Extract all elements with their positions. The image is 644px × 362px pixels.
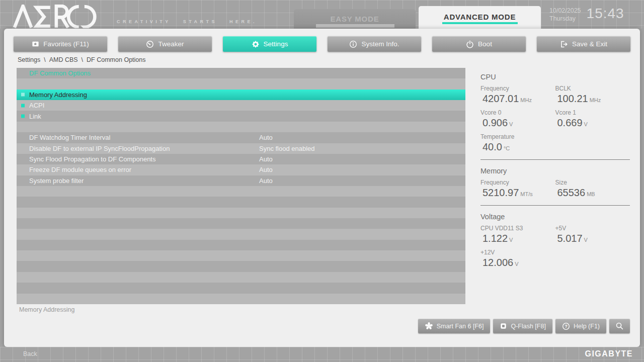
sensor-panel: CPUFrequency4207.01MHzBCLK100.21MHzVcore…: [480, 73, 630, 268]
sensor-value: 5.017: [557, 233, 583, 244]
sensor-value: 5210.97: [482, 187, 519, 198]
sensor-label: Frequency: [480, 85, 555, 92]
back-button[interactable]: Back: [23, 350, 37, 357]
sensor-value: 12.006: [482, 257, 513, 268]
sensor-unit: MB: [587, 191, 595, 197]
main-panel: Favorites (F11)TweakerSettingsSystem Inf…: [4, 29, 640, 347]
item-label: Link: [29, 113, 41, 120]
list-row[interactable]: DF Watchdog Timer IntervalAuto: [17, 132, 465, 143]
fan-icon: [425, 322, 433, 330]
item-label: Memory Addressing: [29, 91, 87, 99]
breadcrumb-segment[interactable]: Settings: [18, 56, 40, 63]
list-row-empty: [17, 272, 465, 283]
breadcrumb-segment[interactable]: AMD CBS: [49, 56, 78, 63]
sensor-group-title: Voltage: [480, 213, 630, 221]
list-row[interactable]: System probe filterAuto: [17, 175, 465, 186]
toolbar: Smart Fan 6 [F6]Q-Flash [F8]?Help (F1): [418, 319, 630, 333]
sensor-group-voltage: VoltageCPU VDD11 S31.122V+5V5.017V+12V12…: [480, 205, 630, 268]
tab-favorites[interactable]: Favorites (F11): [14, 36, 107, 52]
sensor-item: BCLK100.21MHz: [555, 85, 630, 105]
sensor-value-row: 5.017V: [555, 233, 630, 244]
chip-icon: [500, 322, 507, 330]
sensor-group-title: CPU: [480, 73, 630, 81]
tab-system-info[interactable]: System Info.: [328, 36, 421, 52]
sensor-grid: Frequency4207.01MHzBCLK100.21MHzVcore 00…: [480, 85, 630, 153]
info-icon: [349, 40, 357, 48]
list-row[interactable]: Link: [17, 111, 465, 121]
power-icon: [466, 40, 474, 48]
tab-save-exit[interactable]: Save & Exit: [537, 36, 630, 52]
aero-logo: [13, 5, 105, 30]
settings-list: DF Common OptionsMemory AddressingACPILi…: [17, 68, 465, 304]
exit-icon: [560, 40, 568, 48]
list-row-empty: [17, 250, 465, 261]
sensor-value: 1.122: [482, 233, 508, 244]
tab-settings[interactable]: Settings: [223, 36, 316, 52]
sensor-value: 100.21: [557, 93, 588, 104]
time-text: 15:43: [587, 6, 624, 22]
sensor-value: 0.669: [557, 117, 583, 128]
sensor-label: +12V: [480, 249, 555, 256]
tab-label: Save & Exit: [572, 40, 607, 48]
item-label: ACPI: [29, 102, 44, 109]
tagline: CREATIVITY STARTS HERE.: [117, 19, 257, 24]
sensor-grid: Frequency5210.97MT/sSize65536MB: [480, 179, 630, 199]
sensor-group-title: Memory: [480, 167, 630, 175]
submenu-bullet-icon: [21, 104, 25, 107]
list-row-empty: [17, 186, 465, 197]
list-row-empty: [17, 122, 465, 132]
sensor-value: 0.906: [482, 117, 508, 128]
sensor-item: Temperature40.0°C: [480, 133, 555, 153]
smart-fan-button[interactable]: Smart Fan 6 [F6]: [418, 319, 491, 333]
list-row-empty: [17, 229, 465, 239]
q-flash-button[interactable]: Q-Flash [F8]: [493, 319, 552, 333]
gauge-icon: [146, 40, 154, 48]
breadcrumb-segment[interactable]: DF Common Options: [87, 56, 145, 63]
list-row-empty: [17, 78, 465, 89]
item-label: Disable DF to external IP SyncFloodPropa…: [29, 145, 170, 152]
question-icon: ?: [562, 322, 570, 330]
item-value: Auto: [259, 134, 273, 141]
list-row-empty: [17, 240, 465, 250]
sensor-unit: V: [515, 261, 518, 267]
sensor-label: Temperature: [480, 133, 555, 140]
list-row[interactable]: Freeze DF module queues on errorAuto: [17, 164, 465, 175]
advanced-mode-label: ADVANCED MODE: [444, 13, 516, 29]
sensor-label: Size: [555, 179, 630, 186]
sensor-unit: °C: [504, 145, 510, 151]
list-row-empty: [17, 283, 465, 293]
sensor-unit: MT/s: [520, 191, 532, 197]
sensor-group-memory: MemoryFrequency5210.97MT/sSize65536MB: [480, 159, 630, 199]
list-row[interactable]: Memory Addressing: [17, 89, 465, 100]
search-button[interactable]: [609, 319, 630, 333]
list-row[interactable]: ACPI: [17, 100, 465, 111]
sensor-item: CPU VDD11 S31.122V: [480, 225, 555, 244]
sensor-unit: V: [509, 237, 513, 243]
tab-easy-mode[interactable]: EASY MODE: [294, 9, 416, 29]
tab-tweaker[interactable]: Tweaker: [118, 36, 212, 52]
sensor-item: +12V12.006V: [480, 249, 555, 268]
sensor-unit: MHz: [520, 97, 532, 103]
sensor-label: Frequency: [480, 179, 555, 186]
list-row[interactable]: Sync Flood Propagation to DF ComponentsA…: [17, 154, 465, 164]
list-row[interactable]: Disable DF to external IP SyncFloodPropa…: [17, 143, 465, 154]
list-row-empty: [17, 197, 465, 207]
item-value: Auto: [259, 155, 273, 163]
breadcrumb: Settings\AMD CBS\DF Common Options: [18, 56, 146, 63]
sensor-label: Vcore 1: [555, 109, 630, 116]
list-row-empty: [17, 208, 465, 218]
list-row[interactable]: DF Common Options: [17, 68, 465, 78]
favorites-icon: [32, 40, 39, 48]
tab-label: Favorites (F11): [43, 40, 89, 48]
submenu-bullet-icon: [21, 93, 25, 97]
tab-advanced-mode[interactable]: ADVANCED MODE: [419, 6, 541, 29]
tab-boot[interactable]: Boot: [432, 36, 526, 52]
gigabyte-logo: GIGABYTE: [585, 349, 633, 358]
sensor-value: 40.0: [482, 141, 502, 152]
help-button[interactable]: ?Help (F1): [555, 319, 606, 333]
sensor-value: 4207.01: [482, 93, 519, 104]
sensor-label: +5V: [555, 225, 630, 232]
sensor-unit: V: [509, 121, 513, 127]
datetime: 10/02/2025 Thursday 15:43: [549, 7, 624, 23]
toolbar-button-label: Help (F1): [574, 323, 600, 330]
